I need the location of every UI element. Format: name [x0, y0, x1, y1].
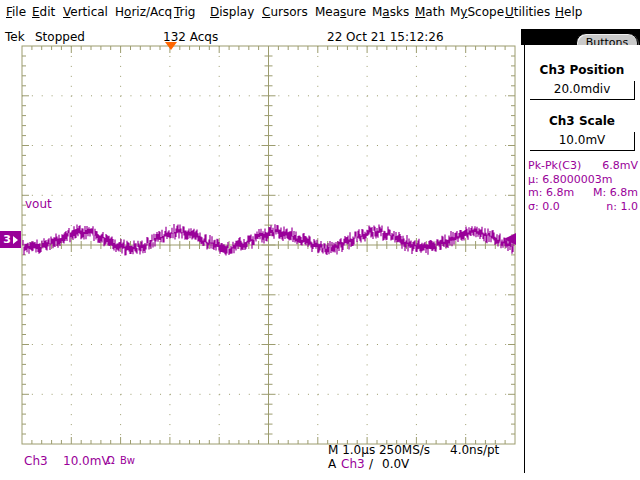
channel3-reference-marker[interactable]: 3 — [0, 231, 21, 248]
ch3-scale-label: Ch3 Scale — [526, 114, 638, 128]
menu-item-help[interactable]: Help — [555, 5, 582, 19]
menu-item-vertical[interactable]: Vertical — [63, 5, 108, 19]
bandwidth-limit-badge: Bw — [120, 455, 135, 466]
acquisition-state: Stopped — [35, 30, 85, 44]
ch3-position-value[interactable]: 20.0mdiv — [530, 81, 635, 100]
menu-item-edit[interactable]: Edit — [32, 5, 55, 19]
menu-item-masks[interactable]: Masks — [372, 5, 409, 19]
measurement-mean: μ: 6.8000003m — [528, 173, 612, 187]
ch3-scale-value[interactable]: 10.0mV — [530, 132, 635, 151]
measurement-name: Pk-Pk(C3) — [528, 159, 581, 173]
measurement-max: M: 6.8m — [593, 186, 638, 200]
measurement-min: m: 6.8m — [528, 186, 574, 200]
trigger-mode-prefix: A — [328, 457, 336, 471]
menu-item-measure[interactable]: Measure — [315, 5, 366, 19]
menu-item-myscope[interactable]: MyScope — [450, 5, 504, 19]
impedance-icon: Ω — [107, 455, 115, 466]
menu-item-trig[interactable]: Trig — [174, 5, 195, 19]
datetime: 22 Oct 21 15:12:26 — [327, 30, 444, 44]
trigger-slope-icon: / — [369, 457, 373, 471]
menu-item-display[interactable]: Display — [210, 5, 254, 19]
control-panel: Ch3 Position 20.0mdiv Ch3 Scale 10.0mV P… — [526, 45, 640, 480]
trigger-level-readout: 0.0V — [382, 457, 409, 471]
waveform-label: vout — [25, 197, 52, 211]
measurement-stddev: σ: 0.0 — [528, 200, 560, 214]
trigger-source-readout: Ch3 — [341, 457, 365, 471]
menu-item-horizacq[interactable]: Horiz/Acq — [115, 5, 172, 19]
measurement-value: 6.8mV — [602, 159, 638, 173]
timebase-readout: M 1.0μs 250MS/s — [328, 443, 430, 457]
measurement-readout: Pk-Pk(C3) 6.8mV μ: 6.8000003m m: 6.8m M:… — [528, 159, 638, 213]
menu-item-cursors[interactable]: Cursors — [262, 5, 308, 19]
measurement-count: n: 1.0 — [606, 200, 638, 214]
panel-separator — [524, 45, 525, 473]
right-arrow-icon — [13, 236, 18, 244]
oscilloscope-screen: { "colors": { "accent": "#990099", "grat… — [0, 0, 640, 480]
menu-item-file[interactable]: File — [6, 5, 26, 19]
menu-item-math[interactable]: Math — [415, 5, 445, 19]
menu-item-utilities[interactable]: Utilities — [505, 5, 550, 19]
ch3-position-label: Ch3 Position — [526, 63, 638, 77]
channel-scale-readout: 10.0mV — [63, 454, 110, 468]
resolution-readout: 4.0ns/pt — [450, 443, 499, 457]
brand-logo: Tek — [5, 30, 25, 44]
channel-number: 3 — [3, 233, 11, 246]
channel-readout-label: Ch3 — [24, 454, 48, 468]
menu-bar: FileEditVerticalHoriz/AcqTrigDisplayCurs… — [0, 0, 640, 26]
trigger-position-icon[interactable] — [165, 42, 177, 50]
